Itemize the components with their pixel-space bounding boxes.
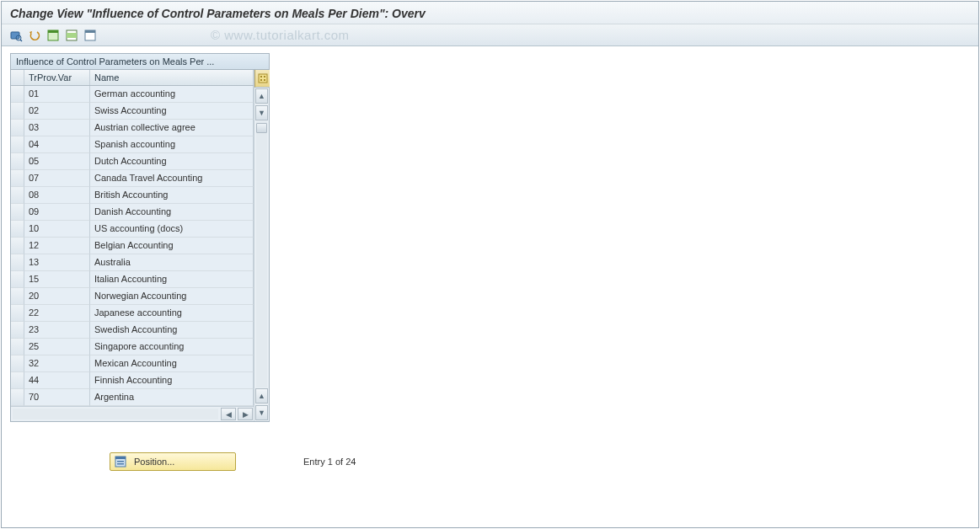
- cell-trprovvar[interactable]: 12: [24, 238, 90, 254]
- table-row[interactable]: 15Italian Accounting: [11, 271, 254, 288]
- cell-name[interactable]: Belgian Accounting: [90, 238, 254, 254]
- column-header-trprovvar[interactable]: TrProv.Var: [24, 70, 90, 85]
- svg-rect-8: [85, 30, 95, 33]
- table-row[interactable]: 32Mexican Accounting: [11, 355, 254, 372]
- cell-name[interactable]: Swiss Accounting: [90, 103, 254, 120]
- cell-name[interactable]: Mexican Accounting: [90, 355, 254, 372]
- cell-trprovvar[interactable]: 25: [24, 339, 90, 355]
- row-selector[interactable]: [11, 136, 24, 153]
- cell-trprovvar[interactable]: 32: [24, 355, 90, 372]
- cell-trprovvar[interactable]: 01: [24, 86, 90, 103]
- table-row[interactable]: 13Australia: [11, 254, 254, 271]
- table-header: TrProv.Var Name: [11, 70, 254, 86]
- cell-trprovvar[interactable]: 02: [24, 103, 90, 120]
- cell-name[interactable]: Japanese accounting: [90, 305, 254, 322]
- cell-trprovvar[interactable]: 09: [24, 204, 90, 221]
- cell-trprovvar[interactable]: 70: [24, 389, 90, 406]
- row-selector[interactable]: [11, 120, 24, 136]
- cell-name[interactable]: Argentina: [90, 389, 254, 406]
- row-selector[interactable]: [11, 389, 24, 406]
- cell-name[interactable]: Singapore accounting: [90, 339, 254, 355]
- row-selector[interactable]: [11, 221, 24, 238]
- cell-name[interactable]: Italian Accounting: [90, 271, 254, 288]
- table-row[interactable]: 09Danish Accounting: [11, 204, 254, 221]
- table-row[interactable]: 12Belgian Accounting: [11, 238, 254, 254]
- cell-name[interactable]: Australia: [90, 254, 254, 271]
- cell-name[interactable]: Finnish Accounting: [90, 372, 254, 389]
- row-selector[interactable]: [11, 254, 24, 271]
- scroll-left-icon[interactable]: ◀: [221, 408, 236, 420]
- position-button[interactable]: Position...: [110, 452, 236, 471]
- scroll-down2-icon[interactable]: ▼: [255, 405, 268, 420]
- table-row[interactable]: 10US accounting (docs): [11, 221, 254, 238]
- cell-name[interactable]: US accounting (docs): [90, 221, 254, 238]
- undo-icon[interactable]: [27, 28, 42, 43]
- row-selector[interactable]: [11, 339, 24, 355]
- cell-trprovvar[interactable]: 07: [24, 170, 90, 187]
- table-row[interactable]: 02Swiss Accounting: [11, 103, 254, 120]
- cell-trprovvar[interactable]: 08: [24, 187, 90, 204]
- scroll-right-icon[interactable]: ▶: [238, 408, 253, 420]
- svg-rect-15: [115, 457, 126, 459]
- configure-columns-icon[interactable]: [254, 70, 270, 88]
- cell-trprovvar[interactable]: 04: [24, 136, 90, 153]
- row-selector[interactable]: [11, 86, 24, 103]
- select-block-icon[interactable]: [64, 28, 79, 43]
- table-row[interactable]: 01German accounting: [11, 86, 254, 103]
- row-selector[interactable]: [11, 238, 24, 254]
- row-selector[interactable]: [11, 204, 24, 221]
- cell-trprovvar[interactable]: 10: [24, 221, 90, 238]
- cell-name[interactable]: British Accounting: [90, 187, 254, 204]
- table-row[interactable]: 22Japanese accounting: [11, 305, 254, 322]
- cell-trprovvar[interactable]: 03: [24, 120, 90, 136]
- row-selector[interactable]: [11, 170, 24, 187]
- cell-name[interactable]: Danish Accounting: [90, 204, 254, 221]
- cell-name[interactable]: Dutch Accounting: [90, 153, 254, 170]
- row-selector[interactable]: [11, 271, 24, 288]
- row-selector[interactable]: [11, 355, 24, 372]
- cell-name[interactable]: Canada Travel Accounting: [90, 170, 254, 187]
- table-row[interactable]: 04Spanish accounting: [11, 136, 254, 153]
- table-row[interactable]: 05Dutch Accounting: [11, 153, 254, 170]
- cell-trprovvar[interactable]: 15: [24, 271, 90, 288]
- table-row[interactable]: 03Austrian collective agree: [11, 120, 254, 136]
- cell-trprovvar[interactable]: 05: [24, 153, 90, 170]
- row-selector[interactable]: [11, 187, 24, 204]
- scroll-up-icon[interactable]: ▲: [255, 88, 268, 104]
- row-selector[interactable]: [11, 103, 24, 120]
- row-selector[interactable]: [11, 322, 24, 339]
- cell-trprovvar[interactable]: 44: [24, 372, 90, 389]
- cell-trprovvar[interactable]: 20: [24, 288, 90, 305]
- vertical-scrollbar[interactable]: ▲ ▼ ▲ ▼: [254, 70, 269, 421]
- row-selector[interactable]: [11, 288, 24, 305]
- cell-trprovvar[interactable]: 22: [24, 305, 90, 322]
- table-row[interactable]: 44Finnish Accounting: [11, 372, 254, 389]
- position-icon: [114, 455, 127, 468]
- row-selector[interactable]: [11, 372, 24, 389]
- table-row[interactable]: 70Argentina: [11, 389, 254, 406]
- table-row[interactable]: 25Singapore accounting: [11, 339, 254, 355]
- cell-name[interactable]: Spanish accounting: [90, 136, 254, 153]
- table-row[interactable]: 20Norwegian Accounting: [11, 288, 254, 305]
- row-selector[interactable]: [11, 305, 24, 322]
- header-select-all[interactable]: [11, 70, 24, 85]
- cell-name[interactable]: Austrian collective agree: [90, 120, 254, 136]
- cell-name[interactable]: Norwegian Accounting: [90, 288, 254, 305]
- deselect-all-icon[interactable]: [83, 28, 98, 43]
- scroll-track[interactable]: [256, 121, 267, 387]
- select-all-icon[interactable]: [46, 28, 61, 43]
- scroll-down-icon[interactable]: ▼: [255, 105, 268, 120]
- table-row[interactable]: 23Swedish Accounting: [11, 322, 254, 339]
- horizontal-scrollbar[interactable]: ◀ ▶: [11, 406, 254, 421]
- display-details-icon[interactable]: [8, 28, 24, 43]
- scroll-up2-icon[interactable]: ▲: [255, 388, 268, 403]
- column-header-name[interactable]: Name: [90, 70, 254, 85]
- table-row[interactable]: 08British Accounting: [11, 187, 254, 204]
- table-row[interactable]: 07Canada Travel Accounting: [11, 170, 254, 187]
- cell-name[interactable]: German accounting: [90, 86, 254, 103]
- scroll-thumb[interactable]: [256, 123, 267, 133]
- cell-trprovvar[interactable]: 13: [24, 254, 90, 271]
- cell-trprovvar[interactable]: 23: [24, 322, 90, 339]
- cell-name[interactable]: Swedish Accounting: [90, 322, 254, 339]
- row-selector[interactable]: [11, 153, 24, 170]
